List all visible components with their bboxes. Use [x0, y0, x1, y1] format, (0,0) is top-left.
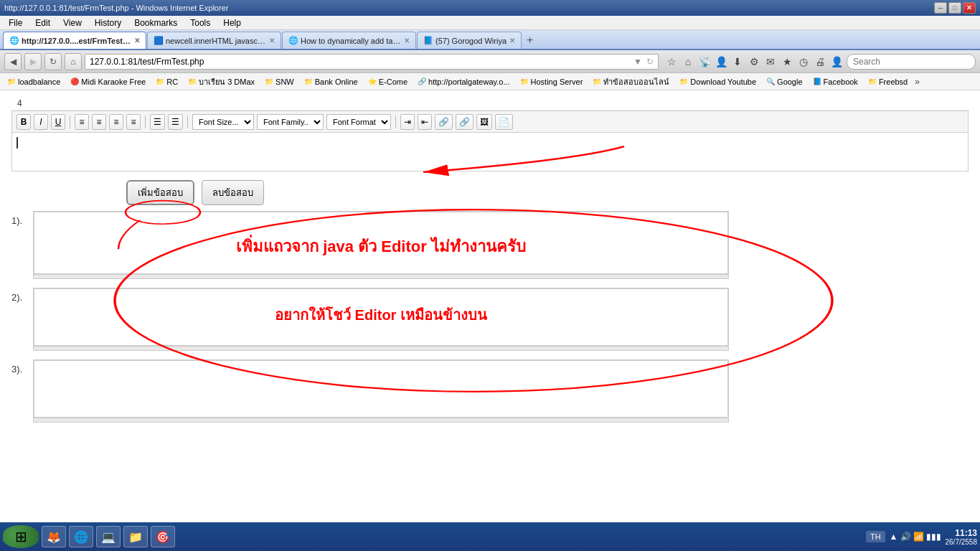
bookmark-barien[interactable]: 📁บาเรียน 3 DMax [184, 74, 259, 90]
italic-button[interactable]: I [34, 114, 48, 130]
back-button[interactable]: ◀ [4, 53, 22, 70]
question-3-content[interactable] [34, 360, 728, 418]
maximize-button[interactable]: □ [948, 2, 961, 14]
address-text: 127.0.0.1:81/test/FrmTest.php [90, 57, 633, 67]
menu-tools[interactable]: Tools [184, 17, 216, 29]
hist-icon[interactable]: ◷ [796, 56, 811, 67]
print-icon[interactable]: 🖨 [813, 56, 827, 67]
address-icons: ▼ ↻ [633, 57, 654, 67]
taskbar-app-firefox[interactable]: 🦊 [42, 526, 66, 547]
justify-button[interactable]: ≡ [126, 114, 141, 130]
indent-button[interactable]: ⇥ [400, 114, 415, 130]
bookmark-freebsd[interactable]: 📁Freebsd [864, 76, 912, 88]
search-input[interactable] [847, 54, 976, 70]
tab-4[interactable]: 📘 (57) Gorogod Wiriya ✕ [417, 32, 522, 49]
font-format-select[interactable]: Font Format [326, 114, 391, 130]
bookmark-hosting[interactable]: 📁Hosting Server [516, 76, 588, 88]
address-bar[interactable]: 127.0.0.1:81/test/FrmTest.php ▼ ↻ [85, 54, 659, 70]
taskbar-app-ie[interactable]: 🌐 [69, 526, 93, 547]
question-1-content[interactable]: เพิ่มแถวจาก java ตัว Editor ไม่ทำงานครับ [34, 212, 728, 274]
bookmark-youtube[interactable]: 📁Download Youtube [675, 76, 760, 88]
close-button[interactable]: ✕ [963, 2, 976, 14]
editor-input-area[interactable] [11, 132, 969, 171]
tools-icon2[interactable]: ⚙ [747, 56, 761, 67]
taskbar-app-other[interactable]: 🎯 [151, 526, 175, 547]
taskbar-left: ⊞ 🦊 🌐 💻 📁 🎯 [3, 525, 175, 548]
add-question-button[interactable]: เพิ่มข้อสอบ [126, 180, 194, 205]
menu-view[interactable]: View [57, 17, 88, 29]
align-right-button[interactable]: ≡ [109, 114, 123, 130]
star-bk-icon: ⭐ [368, 77, 377, 85]
question-2-content[interactable]: อยากให้โชว์ Editor เหมือนข้างบน [34, 288, 728, 346]
question-1-resize[interactable] [34, 274, 728, 278]
tab-3[interactable]: 🌐 How to dynamically add table r... ✕ [282, 32, 416, 49]
mail-icon[interactable]: ✉ [763, 56, 778, 67]
menu-help[interactable]: Help [217, 17, 247, 29]
start-button[interactable]: ⊞ [3, 525, 39, 548]
tab-2[interactable]: 🟦 newcell.innerHTML javascri... ✕ [147, 32, 281, 49]
tab-1-close[interactable]: ✕ [134, 37, 140, 44]
bookmark-midi[interactable]: 🔴Midi Karaoke Free [66, 76, 150, 88]
fav-icon[interactable]: ★ [780, 56, 794, 67]
bookmark-ecome[interactable]: ⭐E-Come [364, 76, 412, 88]
question-2-container: 2). อยากให้โชว์ Editor เหมือนข้างบน [11, 288, 969, 354]
rss-icon[interactable]: 📡 [697, 56, 712, 67]
source-button[interactable]: 📄 [495, 114, 513, 130]
bookmark-facebook[interactable]: 📘Facebook [809, 76, 862, 88]
menu-file[interactable]: File [3, 17, 28, 29]
star-icon[interactable]: ☆ [664, 56, 679, 67]
bookmark-snw[interactable]: 📁SNW [260, 76, 298, 88]
new-tab-button[interactable]: + [522, 32, 537, 49]
question-3-resize[interactable] [34, 418, 728, 422]
bookmarks-more-button[interactable]: » [915, 77, 920, 87]
list-ol-button[interactable]: ☰ [168, 114, 183, 130]
main-page: 4 B I U ≡ ≡ ≡ ≡ ☰ ☰ Font Size... [0, 90, 980, 449]
tab-2-close[interactable]: ✕ [269, 37, 275, 44]
tray-arrow-icon[interactable]: ▲ [890, 532, 898, 542]
forward-button[interactable]: ▶ [24, 53, 42, 70]
home-icon2[interactable]: ⌂ [681, 56, 695, 67]
volume-icon[interactable]: 🔊 [900, 532, 911, 542]
system-tray-icons: ▲ 🔊 📶 ▮▮▮ [890, 532, 941, 542]
system-clock[interactable]: 11:13 26/7/2558 [946, 528, 978, 546]
question-2-resize[interactable] [34, 346, 728, 350]
bookmark-google[interactable]: 🔍Google [762, 76, 806, 88]
bookmark-exam[interactable]: 📁ทำข้อสอบออนไลน์ [588, 74, 674, 90]
user2-icon[interactable]: 👤 [829, 56, 844, 67]
align-left-button[interactable]: ≡ [75, 114, 89, 130]
tab-3-close[interactable]: ✕ [404, 37, 410, 44]
menu-history[interactable]: History [89, 17, 127, 29]
search-bk-icon: 🔍 [766, 77, 775, 85]
home-button[interactable]: ⌂ [65, 53, 82, 70]
tab-1[interactable]: 🌐 http://127.0.0....est/FrmTest.php ✕ [3, 32, 146, 49]
bookmark-rc[interactable]: 📁RC [151, 76, 182, 88]
font-family-select[interactable]: Font Family.. [257, 114, 324, 130]
clock-time: 11:13 [946, 528, 978, 538]
fb-icon: 📘 [813, 77, 821, 85]
bookmark-portal[interactable]: 🔗http://portalgateway.o... [413, 76, 514, 88]
reload-button[interactable]: ↻ [44, 53, 62, 70]
separator-1 [70, 116, 70, 128]
unlink-button[interactable]: 🔗 [456, 114, 473, 130]
underline-button[interactable]: U [51, 114, 65, 130]
bookmark-loadbalance[interactable]: 📁loadbalance [3, 76, 65, 88]
user-icon[interactable]: 👤 [714, 56, 728, 67]
network-icon[interactable]: 📶 [913, 532, 924, 542]
separator-4 [395, 116, 396, 128]
menu-bookmarks[interactable]: Bookmarks [128, 17, 183, 29]
tab-4-close[interactable]: ✕ [509, 37, 515, 44]
outdent-button[interactable]: ⇤ [418, 114, 432, 130]
delete-question-button[interactable]: ลบข้อสอบ [202, 180, 264, 205]
bookmark-bank[interactable]: 📁Bank Online [300, 76, 362, 88]
font-size-select[interactable]: Font Size... [192, 114, 254, 130]
image-button[interactable]: 🖼 [476, 114, 492, 130]
link-button[interactable]: 🔗 [435, 114, 453, 130]
taskbar-app-computer[interactable]: 💻 [96, 526, 121, 547]
minimize-button[interactable]: ─ [934, 2, 947, 14]
bold-button[interactable]: B [17, 114, 31, 130]
align-center-button[interactable]: ≡ [92, 114, 106, 130]
download-icon[interactable]: ⬇ [730, 56, 745, 67]
menu-edit[interactable]: Edit [29, 17, 56, 29]
list-ul-button[interactable]: ☰ [150, 114, 165, 130]
taskbar-app-explorer[interactable]: 📁 [123, 526, 148, 547]
